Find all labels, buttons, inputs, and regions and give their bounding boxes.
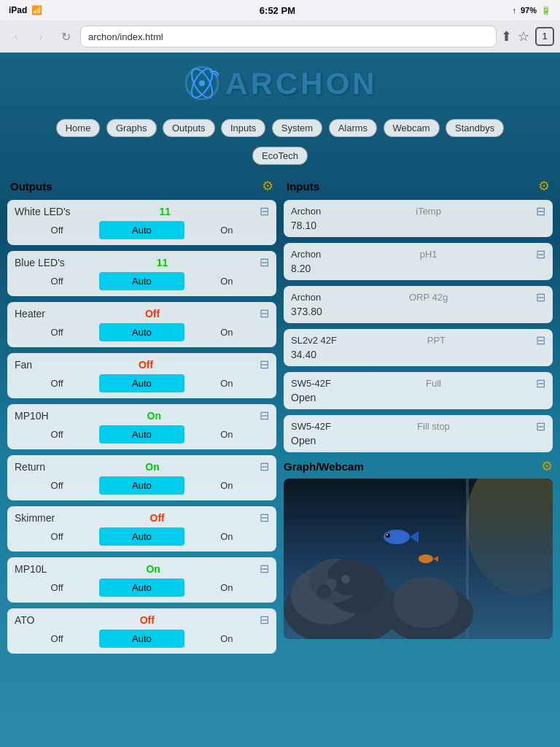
card-controls-mp10l: Off Auto On [15,578,269,597]
output-card-return: Return On ⊟ Off Auto On [7,455,276,500]
card-name-mp10l: MP10L [15,563,47,575]
sliders-icon-orp[interactable]: ⊟ [536,290,545,304]
main-content: ARCHON Home Graphs Outputs Inputs System… [0,53,560,667]
input-source-itemp: Archon [291,206,321,217]
ctrl-off-return[interactable]: Off [15,476,99,495]
ctrl-auto-mp10h[interactable]: Auto [99,425,184,444]
card-status-white-leds: 11 [160,206,171,217]
sliders-icon-blue-leds[interactable]: ⊟ [260,255,269,269]
svg-point-19 [386,533,390,538]
sliders-icon-ph1[interactable]: ⊟ [536,247,545,261]
ctrl-auto-mp10l[interactable]: Auto [99,578,184,597]
ctrl-on-heater[interactable]: On [184,323,269,341]
input-card-orp: Archon ORP 42g ⊟ 373.80 [284,286,553,323]
ctrl-auto-blue-leds[interactable]: Auto [99,272,184,290]
ctrl-on-mp10h[interactable]: On [184,425,269,444]
input-name-sw5-fill: Fill stop [417,421,450,432]
ctrl-off-fan[interactable]: Off [15,374,99,392]
share-button[interactable]: ⬆ [501,28,512,44]
two-columns: Outputs ⚙ White LED's 11 ⊟ Off Auto On [0,169,560,667]
logo-icon [182,63,222,104]
svg-point-21 [419,554,433,563]
nav-alarms[interactable]: Alarms [329,119,377,137]
sliders-icon-sw5-fill[interactable]: ⊟ [536,419,545,433]
ctrl-on-mp10l[interactable]: On [184,578,269,597]
nav-home[interactable]: Home [56,119,101,137]
ctrl-auto-return[interactable]: Auto [99,476,184,495]
input-card-ph1: Archon pH1 ⊟ 8.20 [284,243,553,280]
wifi-icon: 📶 [31,5,42,15]
bookmark-button[interactable]: ☆ [518,28,529,44]
card-controls-ato: Off Auto On [15,630,269,648]
ctrl-off-mp10l[interactable]: Off [15,578,99,597]
sliders-icon-itemp[interactable]: ⊟ [536,204,545,218]
ctrl-off-blue-leds[interactable]: Off [15,272,99,290]
ctrl-on-white-leds[interactable]: On [184,221,269,239]
ctrl-off-skimmer[interactable]: Off [15,527,99,546]
nav-system[interactable]: System [272,119,322,137]
sliders-icon-heater[interactable]: ⊟ [260,306,269,320]
ctrl-off-heater[interactable]: Off [15,323,99,341]
output-card-white-leds: White LED's 11 ⊟ Off Auto On [7,200,276,245]
card-name-heater: Heater [15,308,45,320]
sliders-icon-mp10l[interactable]: ⊟ [260,562,269,576]
sliders-icon-skimmer[interactable]: ⊟ [260,511,269,525]
input-name-itemp: iTemp [416,206,441,217]
input-value-itemp: 78.10 [291,218,545,231]
input-source-orp: Archon [291,292,321,303]
card-status-skimmer: Off [150,512,165,524]
ctrl-on-skimmer[interactable]: On [184,527,269,546]
graph-gear-icon[interactable]: ⚙ [541,458,553,474]
sliders-icon-mp10h[interactable]: ⊟ [260,409,269,422]
ctrl-off-ato[interactable]: Off [15,630,99,648]
input-value-ph1: 8.20 [291,261,545,274]
sliders-icon-ppt[interactable]: ⊟ [536,333,545,347]
ctrl-auto-heater[interactable]: Auto [99,323,184,341]
reload-button[interactable]: ↻ [55,26,76,47]
card-name-skimmer: Skimmer [15,512,55,524]
outputs-column: Outputs ⚙ White LED's 11 ⊟ Off Auto On [7,177,276,659]
tab-count[interactable]: 1 [535,27,554,46]
sliders-icon-return[interactable]: ⊟ [260,460,269,473]
nav-ecotech[interactable]: EcoTech [252,147,308,165]
input-value-sw5-fill: Open [291,433,545,446]
aquarium-svg [284,479,553,639]
sliders-icon-sw5-full[interactable]: ⊟ [536,376,545,390]
back-button[interactable]: ‹ [6,26,26,47]
graph-header: Graph/Webcam ⚙ [284,458,553,474]
card-status-mp10h: On [147,410,161,422]
inputs-header: Inputs ⚙ [284,177,553,196]
nav-webcam[interactable]: Webcam [384,119,440,137]
svg-point-13 [341,575,350,584]
ctrl-auto-fan[interactable]: Auto [99,374,184,392]
ctrl-on-ato[interactable]: On [184,630,269,648]
inputs-gear-icon[interactable]: ⚙ [538,178,550,194]
nav-inputs[interactable]: Inputs [221,119,265,137]
input-name-sw5-full: Full [426,378,441,389]
nav-standbys[interactable]: Standbys [446,119,504,137]
sliders-icon-fan[interactable]: ⊟ [260,357,269,371]
nav-bar: Home Graphs Outputs Inputs System Alarms… [0,114,560,142]
output-card-blue-leds: Blue LED's 11 ⊟ Off Auto On [7,251,276,296]
ctrl-off-mp10h[interactable]: Off [15,425,99,444]
time-display: 6:52 PM [260,5,295,16]
ctrl-on-fan[interactable]: On [184,374,269,392]
ctrl-on-blue-leds[interactable]: On [184,272,269,290]
card-controls-return: Off Auto On [15,476,269,495]
card-status-blue-leds: 11 [157,257,168,268]
ctrl-auto-skimmer[interactable]: Auto [99,527,184,546]
input-name-ppt: PPT [427,335,446,346]
forward-button[interactable]: › [31,26,51,47]
sliders-icon-white-leds[interactable]: ⊟ [260,204,269,218]
ctrl-on-return[interactable]: On [184,476,269,495]
ctrl-off-white-leds[interactable]: Off [15,221,99,239]
ctrl-auto-white-leds[interactable]: Auto [99,221,184,239]
address-bar[interactable]: archon/index.html [80,26,497,47]
output-card-skimmer: Skimmer Off ⊟ Off Auto On [7,506,276,551]
outputs-gear-icon[interactable]: ⚙ [262,178,273,194]
ctrl-auto-ato[interactable]: Auto [99,630,184,648]
input-card-sw5-full: SW5-42F Full ⊟ Open [284,372,553,409]
nav-graphs[interactable]: Graphs [106,119,157,137]
sliders-icon-ato[interactable]: ⊟ [260,613,269,627]
nav-outputs[interactable]: Outputs [163,119,215,137]
